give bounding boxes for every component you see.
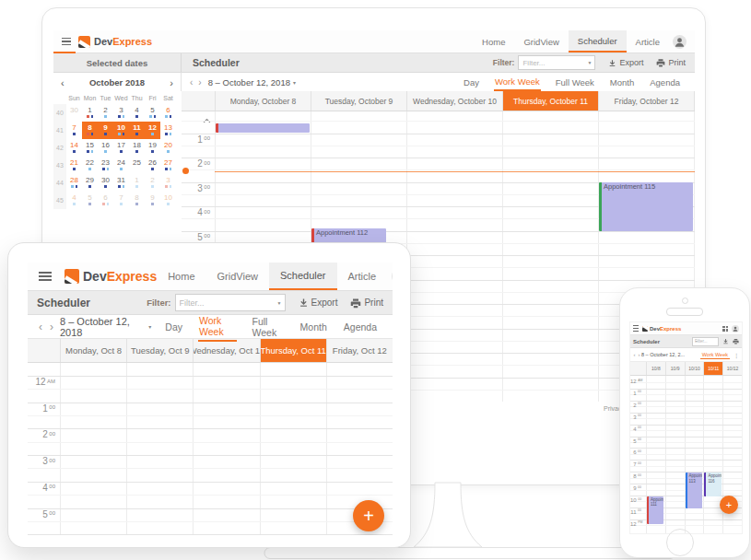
calendar-day[interactable]: 30	[98, 174, 113, 192]
caret-down-icon[interactable]: ▾	[148, 323, 151, 330]
view-tab-work-week[interactable]: Work Week	[198, 312, 237, 342]
date-next-icon[interactable]: ›	[46, 321, 57, 333]
calendar-day[interactable]: 7	[113, 192, 129, 209]
nav-tab-gridview[interactable]: GridView	[514, 30, 568, 52]
calendar-day[interactable]: 12	[145, 122, 160, 139]
nav-tab-gridview[interactable]: GridView	[206, 262, 269, 290]
user-avatar-icon[interactable]	[673, 35, 686, 49]
calendar-day[interactable]: 31	[113, 174, 129, 192]
view-tab-work-week[interactable]: Work Week	[494, 74, 541, 91]
add-appointment-button[interactable]: +	[720, 496, 738, 514]
devexpress-logo[interactable]: DevExpress	[642, 326, 681, 332]
view-tab-full-week[interactable]: Full Week	[555, 75, 595, 90]
calendar-day[interactable]: 21	[66, 157, 82, 174]
phone-home-button[interactable]	[666, 529, 694, 556]
appointment[interactable]: Appointment 113	[686, 472, 702, 508]
calendar-day[interactable]: 5	[82, 192, 98, 209]
calendar-day[interactable]: 1	[82, 104, 98, 122]
user-avatar-icon[interactable]	[732, 325, 739, 332]
calendar-day[interactable]: 4	[66, 192, 82, 209]
nav-tab-article[interactable]: Article	[627, 30, 669, 52]
calendar-day[interactable]: 26	[145, 157, 160, 174]
devexpress-logo[interactable]: DevExpress	[78, 36, 152, 48]
menu-icon[interactable]	[62, 38, 71, 46]
calendar-day[interactable]: 22	[82, 157, 98, 174]
calendar-day[interactable]: 3	[160, 174, 176, 192]
caret-down-icon[interactable]: ▾	[293, 79, 296, 86]
calendar-day[interactable]: 14	[66, 139, 82, 157]
calendar-day[interactable]: 29	[82, 174, 98, 192]
date-prev-icon[interactable]: ‹	[187, 77, 195, 88]
export-button[interactable]	[722, 338, 729, 344]
calendar-day[interactable]: 5	[145, 104, 160, 122]
calendar-next-icon[interactable]: ›	[162, 77, 181, 88]
view-tab-agenda[interactable]: Agenda	[343, 319, 378, 335]
more-menu-icon[interactable]: ⋮	[733, 352, 739, 358]
calendar-day[interactable]: 6	[98, 192, 113, 209]
calendar-day[interactable]: 16	[98, 139, 113, 157]
calendar-day[interactable]: 11	[129, 122, 145, 139]
view-tab-month[interactable]: Month	[299, 319, 328, 335]
calendar-day[interactable]: 24	[113, 157, 129, 174]
calendar-day[interactable]: 28	[66, 174, 82, 192]
filter-input[interactable]	[176, 295, 285, 310]
caret-down-icon[interactable]: ▼	[277, 300, 282, 306]
calendar-day[interactable]: 6	[160, 104, 176, 122]
menu-icon[interactable]	[39, 272, 52, 281]
appointment[interactable]: Appointment 116	[704, 472, 721, 496]
nav-tab-scheduler[interactable]: Scheduler	[269, 262, 337, 290]
devexpress-logo[interactable]: DevExpress	[65, 269, 157, 284]
apps-grid-icon[interactable]	[722, 326, 728, 332]
view-tab-month[interactable]: Month	[609, 75, 635, 90]
calendar-day[interactable]: 13	[160, 122, 176, 139]
calendar-day[interactable]: 3	[113, 104, 129, 122]
calendar-day[interactable]: 27	[160, 157, 176, 174]
caret-down-icon[interactable]: ▼	[695, 340, 717, 344]
menu-icon[interactable]	[633, 325, 639, 332]
appointment[interactable]: Appointment 115	[599, 182, 693, 231]
calendar-day[interactable]: 7	[66, 122, 82, 139]
appointment[interactable]: Appointment 111	[647, 496, 663, 524]
calendar-day[interactable]: 19	[145, 139, 160, 157]
calendar-day[interactable]: 1	[129, 174, 145, 192]
export-button[interactable]: Export	[299, 298, 338, 308]
calendar-day[interactable]: 9	[145, 192, 160, 209]
calendar-prev-icon[interactable]: ‹	[53, 77, 72, 88]
view-tab-full-week[interactable]: Full Week	[252, 313, 285, 341]
calendar-day[interactable]: 10	[160, 192, 176, 209]
calendar-day[interactable]: 8	[129, 192, 145, 209]
nav-tab-article[interactable]: Article	[337, 262, 388, 290]
print-button[interactable]: Print	[656, 58, 686, 67]
calendar-day[interactable]: 8	[82, 122, 98, 139]
date-next-icon[interactable]: ›	[195, 77, 204, 88]
calendar-day[interactable]: 30	[66, 104, 82, 122]
calendar-day[interactable]: 17	[113, 139, 129, 157]
nav-tab-scheduler[interactable]: Scheduler	[569, 30, 627, 52]
add-appointment-button[interactable]: +	[353, 500, 384, 531]
appointment[interactable]	[216, 123, 310, 134]
print-button[interactable]	[733, 338, 739, 344]
filter-input[interactable]	[519, 56, 594, 69]
calendar-day[interactable]: 18	[129, 139, 145, 157]
date-range-label[interactable]: 8 – October 12, 2018	[60, 316, 146, 338]
calendar-day[interactable]: 4	[129, 104, 145, 122]
calendar-day[interactable]: 10	[113, 122, 129, 139]
calendar-day[interactable]: 2	[145, 174, 160, 192]
calendar-day[interactable]: 25	[129, 157, 145, 174]
nav-tab-home[interactable]: Home	[473, 30, 514, 52]
caret-down-icon[interactable]: ▼	[588, 60, 593, 65]
filter-select[interactable]: Filter... ▼	[692, 337, 719, 346]
tablet-time-grid[interactable]: 12AM100200300400500600	[28, 363, 393, 535]
calendar-day[interactable]: 15	[82, 139, 98, 157]
date-prev-icon[interactable]: ‹	[35, 321, 46, 333]
calendar-day[interactable]: 23	[98, 157, 113, 174]
view-tab-day[interactable]: Day	[463, 75, 480, 90]
view-tab-day[interactable]: Day	[164, 319, 183, 335]
calendar-day[interactable]: 20	[160, 139, 176, 157]
export-button[interactable]: Export	[608, 58, 643, 67]
date-range-label[interactable]: 8 – October 12, 2018	[208, 77, 290, 88]
calendar-day[interactable]: 2	[98, 104, 113, 122]
filter-select[interactable]: ▼	[175, 294, 286, 311]
date-range-label[interactable]: 8 – October 12, 2...	[641, 352, 685, 357]
filter-select[interactable]: ▼	[518, 55, 595, 70]
